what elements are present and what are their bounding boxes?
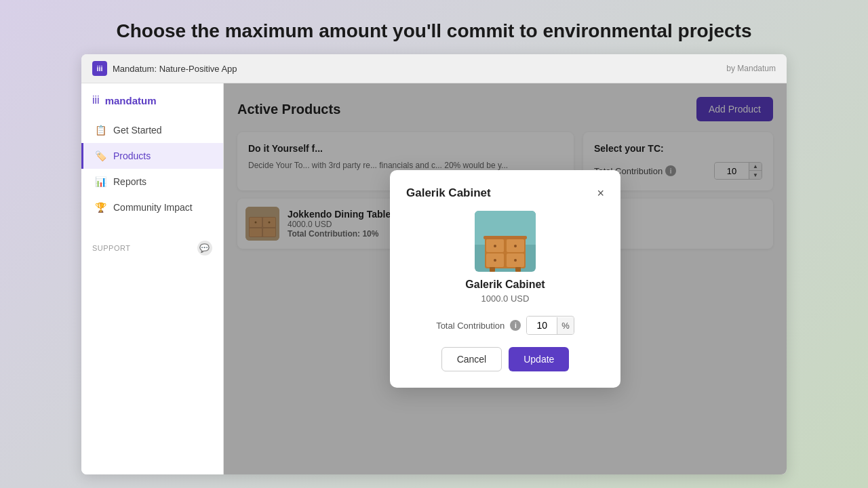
- sidebar-nav: 📋 Get Started 🏷️ Products 📊 Reports 🏆 Co…: [81, 117, 223, 220]
- browser-logo-icon: iii: [92, 61, 107, 76]
- svg-rect-20: [515, 267, 521, 272]
- get-started-icon: 📋: [94, 124, 106, 136]
- products-icon: 🏷️: [94, 150, 106, 162]
- modal-contribution-input[interactable]: [527, 317, 557, 334]
- modal-overlay: Galerik Cabinet ×: [224, 83, 787, 474]
- sidebar-item-products[interactable]: 🏷️ Products: [81, 143, 223, 169]
- modal-title: Galerik Cabinet: [406, 186, 491, 200]
- browser-window: iii Mandatum: Nature-Positive App by Man…: [81, 54, 787, 474]
- modal-galerik: Galerik Cabinet ×: [390, 170, 620, 388]
- sidebar-item-label-reports: Reports: [113, 176, 146, 187]
- svg-point-15: [494, 245, 496, 247]
- support-label: SUPPORT: [92, 244, 130, 252]
- modal-product-image: [475, 211, 536, 272]
- modal-product-price: 1000.0 USD: [481, 293, 530, 304]
- sidebar-item-get-started[interactable]: 📋 Get Started: [81, 117, 223, 143]
- svg-rect-21: [484, 236, 527, 239]
- sidebar-item-label-community: Community Impact: [113, 202, 193, 213]
- modal-info-icon[interactable]: i: [510, 320, 521, 331]
- support-chat-icon[interactable]: 💬: [197, 241, 212, 256]
- svg-point-16: [514, 245, 517, 247]
- modal-actions: Cancel Update: [406, 347, 604, 371]
- browser-by-label: by Mandatum: [726, 64, 776, 73]
- browser-app-title: Mandatum: Nature-Positive App: [113, 64, 237, 74]
- browser-bar: iii Mandatum: Nature-Positive App by Man…: [81, 54, 787, 83]
- sidebar-item-label-get-started: Get Started: [113, 125, 162, 136]
- svg-rect-19: [490, 267, 495, 272]
- sidebar-support: SUPPORT 💬: [81, 234, 223, 262]
- sidebar: iii mandatum 📋 Get Started 🏷️ Products 📊…: [81, 83, 224, 474]
- sidebar-logo: iii mandatum: [81, 94, 223, 117]
- update-button[interactable]: Update: [509, 347, 569, 371]
- cancel-button[interactable]: Cancel: [441, 347, 502, 371]
- modal-header: Galerik Cabinet ×: [406, 186, 604, 200]
- community-icon: 🏆: [94, 201, 106, 214]
- modal-contribution-label: Total Contribution: [436, 321, 505, 331]
- svg-point-18: [514, 259, 517, 262]
- modal-product-name: Galerik Cabinet: [465, 279, 545, 291]
- modal-contribution-row: Total Contribution i %: [406, 316, 604, 335]
- sidebar-logo-text: mandatum: [105, 95, 157, 106]
- mandatum-logo-icon: iii: [92, 94, 100, 106]
- reports-icon: 📊: [94, 176, 106, 188]
- modal-contribution-unit: %: [557, 317, 574, 334]
- app-layout: iii mandatum 📋 Get Started 🏷️ Products 📊…: [81, 83, 787, 474]
- sidebar-item-reports[interactable]: 📊 Reports: [81, 169, 223, 195]
- modal-contribution-input-wrap: %: [526, 316, 574, 335]
- page-headline: Choose the maximum amount you'll commit …: [27, 20, 841, 42]
- sidebar-item-label-products: Products: [113, 150, 151, 161]
- sidebar-item-community-impact[interactable]: 🏆 Community Impact: [81, 195, 223, 220]
- main-content: Active Products Add Product Do it Yourse…: [224, 83, 787, 474]
- modal-close-button[interactable]: ×: [597, 187, 604, 199]
- svg-point-17: [494, 259, 496, 262]
- modal-body: Galerik Cabinet 1000.0 USD Total Contrib…: [406, 211, 604, 335]
